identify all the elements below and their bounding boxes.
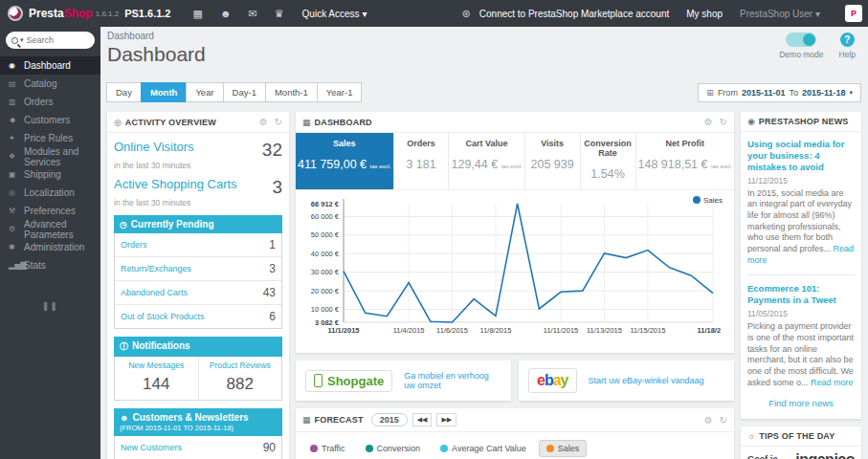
date-range-toolbar: Day Month Year Day-1 Month-1 Year-1 ⊞ Fr… (107, 82, 861, 102)
forecast-next-button[interactable]: ▶▶ (436, 413, 456, 426)
search-input[interactable] (27, 35, 84, 45)
range-button-group: Day Month Year Day-1 Month-1 Year-1 (107, 82, 362, 102)
quick-access-menu[interactable]: Quick Access ▾ (302, 9, 367, 19)
range-button-year-1[interactable]: Year-1 (317, 82, 363, 102)
range-button-year[interactable]: Year (186, 82, 223, 102)
user-avatar[interactable]: P (845, 5, 862, 22)
customers-quick-icon[interactable]: ☻ (220, 8, 232, 19)
row-new-customers[interactable]: New Customers90 (115, 436, 281, 459)
forecast-panel: ▦ FORECAST 2015 ◀◀ ▶▶ ⚙↻ Traffic Convers… (296, 408, 734, 459)
read-more-link[interactable]: Read more (811, 378, 854, 387)
forecast-prev-button[interactable]: ◀◀ (412, 413, 433, 426)
gear-icon[interactable]: ⚙ (704, 415, 713, 426)
page-title: Dashboard (107, 43, 779, 66)
toggle-conversion[interactable]: Conversion (358, 440, 429, 457)
sidebar-collapse-icon[interactable]: ❚❚ (0, 301, 100, 311)
help-icon[interactable]: ? (840, 33, 855, 47)
demo-mode-label: Demo mode (779, 50, 823, 59)
ebay-banner[interactable]: ebay Start uw eBay-winkel vandaag (519, 361, 734, 401)
sidebar-item-orders[interactable]: ▥Orders (0, 93, 100, 111)
svg-text:11/8/2015: 11/8/2015 (480, 326, 512, 335)
range-button-month-1[interactable]: Month-1 (265, 82, 318, 102)
kpi-net-profit[interactable]: Net Profit148 918,51 € tax excl. (636, 133, 735, 189)
sidebar-item-advanced-parameters[interactable]: ⚙Advanced Parameters (0, 220, 100, 238)
kpi-conversion-rate[interactable]: Conversion Rate1.54% (581, 133, 636, 189)
gear-icon[interactable]: ⚙ (704, 117, 713, 127)
refresh-icon[interactable]: ↻ (720, 415, 727, 426)
news-article-date: 11/12/2015 (747, 176, 855, 186)
refresh-icon[interactable]: ↻ (275, 117, 282, 127)
shopgate-link[interactable]: Ga mobiel en verhoog uw omzet (404, 371, 501, 390)
preferences-icon: ⚒ (9, 207, 24, 215)
pending-row-orders[interactable]: Orders1 (115, 233, 281, 257)
chart-legend[interactable]: Sales (693, 196, 723, 205)
sidebar-item-label: Localization (24, 187, 75, 198)
sidebar-item-label: Administration (24, 242, 84, 252)
prestashop-news-panel: ◉ PRESTASHOP NEWS Using social media for… (741, 112, 861, 419)
date-range-picker[interactable]: ⊞ From 2015-11-01 To 2015-11-18 ▾ (698, 83, 861, 102)
sidebar-search[interactable]: ▾ (6, 32, 95, 49)
gear-icon[interactable]: ⚙ (259, 117, 268, 127)
online-visitors-link[interactable]: Online Visitors (114, 140, 262, 154)
refresh-icon[interactable]: ↻ (720, 117, 727, 127)
kpi-orders[interactable]: Orders3 181 (394, 133, 450, 189)
sidebar-item-label: Orders (24, 97, 54, 107)
kpi-strip: Sales411 759,00 € tax excl. Orders3 181 … (296, 133, 734, 190)
svg-text:11/6/2015: 11/6/2015 (436, 326, 468, 335)
product-reviews-cell[interactable]: Product Reviews882 (198, 357, 282, 400)
pending-row-returns[interactable]: Return/Exchanges3 (115, 257, 281, 281)
conversion-dot-icon (366, 445, 373, 452)
pending-row-out-of-stock[interactable]: Out of Stock Products6 (115, 305, 281, 328)
find-more-news-link[interactable]: Find more news (747, 398, 855, 408)
version-label: 1.6.1.2 (96, 10, 119, 18)
news-article-title[interactable]: Ecommerce 101: Payments in a Tweet (747, 283, 855, 306)
sidebar-item-localization[interactable]: ◎Localization (0, 184, 100, 202)
toggle-sales[interactable]: Sales (539, 440, 588, 457)
news-article: Using social media for your business: 4 … (747, 139, 855, 266)
news-title: PRESTASHOP NEWS (759, 117, 849, 126)
messages-icon[interactable]: ✉ (248, 8, 256, 20)
news-article-title[interactable]: Using social media for your business: 4 … (747, 139, 855, 173)
active-carts-link[interactable]: Active Shopping Carts (114, 177, 272, 191)
sidebar-item-price-rules[interactable]: ✦Price Rules (0, 129, 100, 147)
marketplace-link[interactable]: Connect to PrestaShop Marketplace accoun… (479, 9, 669, 19)
trophy-icon[interactable]: ♛ (275, 8, 284, 20)
cart-icon[interactable]: ▦ (193, 8, 203, 20)
svg-text:66 912 €: 66 912 € (311, 200, 340, 208)
forecast-panel-icon: ▦ (302, 415, 311, 425)
sidebar-item-stats[interactable]: ▂▅▇Stats (0, 256, 100, 274)
svg-text:60 000 €: 60 000 € (311, 212, 340, 221)
traffic-dot-icon (310, 445, 318, 452)
kpi-cart-value[interactable]: Cart Value129,44 € tax excl. (449, 133, 524, 189)
range-button-day-1[interactable]: Day-1 (223, 82, 266, 102)
shopgate-banner[interactable]: Shopgate Ga mobiel en verhoog uw omzet (296, 361, 511, 401)
customers-icon: ☻ (9, 116, 24, 124)
sidebar-item-label: Preferences (24, 206, 76, 216)
sales-dot-icon (546, 445, 554, 452)
administration-icon: ✱ (9, 243, 24, 251)
sidebar-item-modules[interactable]: ❖Modules and Services (0, 147, 100, 165)
search-caret-icon[interactable]: ▾ (20, 36, 24, 44)
sidebar-item-catalog[interactable]: ▤Catalog (0, 75, 100, 93)
sidebar-item-dashboard[interactable]: ◉Dashboard (0, 56, 100, 75)
sidebar-item-label: Stats (24, 260, 46, 271)
kpi-visits[interactable]: Visits205 939 (525, 133, 581, 189)
new-messages-cell[interactable]: New Messages144 (115, 357, 198, 400)
user-menu[interactable]: PrestaShop User ▾ (740, 9, 820, 19)
range-button-month[interactable]: Month (141, 82, 188, 102)
toggle-traffic[interactable]: Traffic (302, 440, 353, 457)
news-article-body: Picking a payment provider is one of the… (747, 321, 855, 388)
toggle-average-cart-value[interactable]: Average Cart Value (433, 440, 534, 457)
pending-row-abandoned-carts[interactable]: Abandoned Carts43 (115, 281, 281, 305)
sidebar-item-customers[interactable]: ☻Customers (0, 111, 100, 129)
sidebar-item-preferences[interactable]: ⚒Preferences (0, 202, 100, 220)
sidebar-item-administration[interactable]: ✱Administration (0, 238, 100, 256)
my-shop-link[interactable]: My shop (686, 9, 723, 19)
breadcrumb[interactable]: Dashboard (107, 31, 779, 41)
demo-mode-toggle[interactable] (786, 33, 816, 47)
range-button-day[interactable]: Day (106, 82, 142, 102)
kpi-sales[interactable]: Sales411 759,00 € tax excl. (296, 133, 394, 189)
forecast-year[interactable]: 2015 (371, 413, 408, 426)
sidebar-item-shipping[interactable]: ▣Shipping (0, 165, 100, 184)
ebay-link[interactable]: Start uw eBay-winkel vandaag (589, 376, 704, 385)
